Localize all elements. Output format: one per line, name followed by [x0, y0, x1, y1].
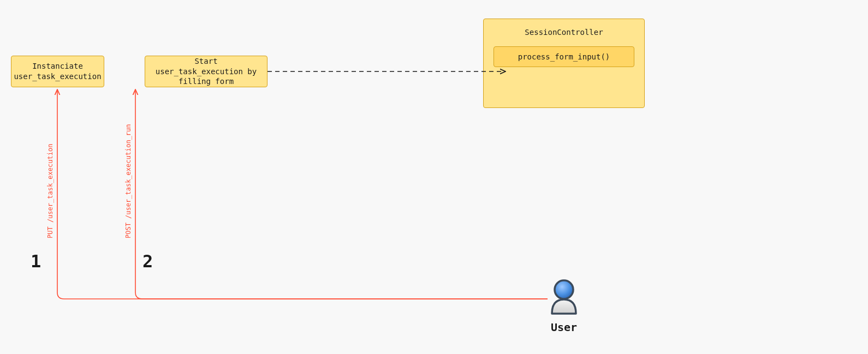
svg-point-0 [555, 280, 573, 299]
session-controller-title: SessionController [494, 28, 634, 37]
arrows-overlay: PUT /user_task_execution POST /user_task… [0, 0, 868, 354]
user-icon [549, 278, 579, 316]
node-instanciate-line1: Instanciate [14, 61, 101, 71]
user-label: User [550, 321, 578, 334]
node-start-form-line1: Start user_task_execution by [151, 56, 261, 77]
step-number-1: 1 [31, 251, 41, 272]
node-instanciate-line2: user_task_execution [14, 71, 101, 82]
edge-post-user-task-execution-run [135, 89, 548, 299]
edge-put-user-task-execution [57, 89, 548, 299]
step-number-2: 2 [142, 251, 153, 272]
node-instanciate: Instanciate user_task_execution [11, 56, 104, 87]
node-session-controller: SessionController process_form_input() [483, 19, 645, 108]
node-process-form-input: process_form_input() [494, 46, 634, 67]
edge-put-label: PUT /user_task_execution [46, 144, 54, 238]
edge-post-label: POST /user_task_execution_run [124, 124, 132, 238]
diagram-stage: Instanciate user_task_execution Start us… [0, 0, 868, 354]
node-start-form: Start user_task_execution by filling for… [145, 56, 267, 87]
node-start-form-line2: filling form [151, 76, 261, 87]
